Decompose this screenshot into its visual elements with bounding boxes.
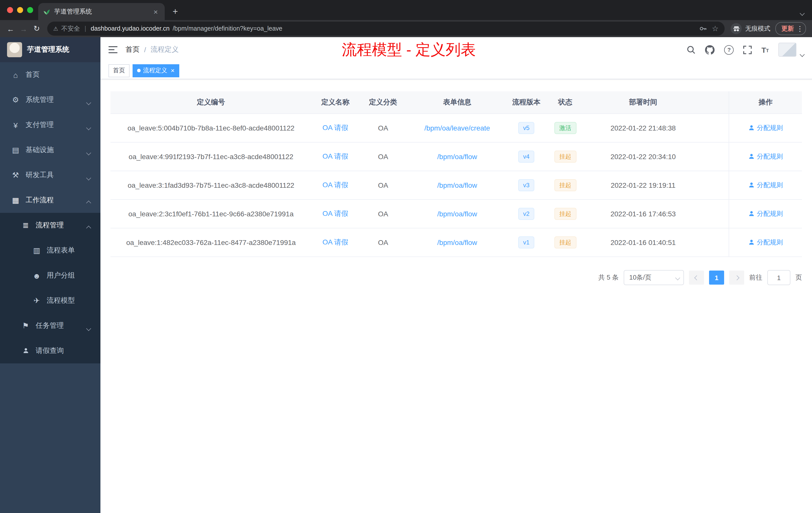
address-bar[interactable]: ⚠ 不安全 | dashboard.yudao.iocoder.cn /bpm/… [47,22,725,36]
definition-name-link[interactable]: OA 请假 [322,123,348,131]
version-badge: v5 [518,122,534,134]
col-definition-id: 定义编号 [111,91,312,114]
tag-process-definition[interactable]: 流程定义 × [133,64,179,77]
col-form-info: 表单信息 [407,91,508,114]
gear-icon: ⚙ [10,95,21,104]
sidebar-item-home[interactable]: ⌂ 首页 [0,62,100,87]
server-icon: ▤ [10,146,21,155]
minimize-window-button[interactable] [17,7,23,13]
font-size-icon[interactable]: TT [761,46,769,54]
goto-label: 前往 [749,273,762,282]
tools-icon: ⚒ [10,171,21,180]
fullscreen-icon[interactable] [744,46,752,54]
tab-search-icon[interactable] [801,8,804,17]
incognito-indicator: 无痕模式 [731,23,770,34]
sidebar-item-label: 基础设施 [26,146,54,155]
form-link[interactable]: /bpm/oa/flow [437,153,477,161]
table-row: oa_leave:4:991f2193-7b7f-11ec-a3c8-acde4… [111,142,802,171]
tags-view: 首页 流程定义 × [100,62,812,79]
definition-table: 定义编号 定义名称 定义分类 表单信息 流程版本 状态 部署时间 操作 [111,91,802,257]
form-link[interactable]: /bpm/oa/flow [437,238,477,246]
assign-rule-link[interactable]: 分配规则 [748,238,783,247]
reload-icon[interactable]: ↻ [30,24,43,33]
browser-window: 芋道管理系统 × + ← → ↻ ⚠ 不安全 | dashboard.yudao… [0,0,812,513]
bookmark-star-icon[interactable]: ☆ [712,24,719,33]
chrome-update-button[interactable]: 更新 ⋮ [775,22,806,35]
next-page-button[interactable] [729,271,744,284]
chrome-menu-icon[interactable]: ⋮ [796,25,804,33]
definition-id-cell: oa_leave:3:1fad3d93-7b75-11ec-a3c8-acde4… [111,171,312,200]
new-tab-button[interactable]: + [169,5,182,18]
github-icon[interactable] [705,45,715,55]
forward-icon[interactable]: → [17,24,30,33]
version-badge: v4 [518,151,534,163]
sidebar-item-process-management[interactable]: ≣ 流程管理 [0,213,100,238]
sidebar-item-payment-management[interactable]: ¥ 支付管理 [0,113,100,138]
tab-title: 芋道管理系统 [54,7,148,16]
definition-name-link[interactable]: OA 请假 [322,152,348,160]
sidebar-item-system-management[interactable]: ⚙ 系统管理 [0,87,100,113]
help-icon[interactable]: ? [724,45,734,55]
sidebar-item-user-group[interactable]: ☻ 用户分组 [0,263,100,288]
sidebar-item-leave-query[interactable]: 请假查询 [0,338,100,363]
chevron-down-icon [87,148,90,156]
password-key-icon[interactable] [699,25,707,33]
browser-tab[interactable]: 芋道管理系统 × [38,3,165,20]
definition-name-link[interactable]: OA 请假 [322,238,348,246]
version-badge: v1 [518,236,534,248]
form-icon: ▥ [31,246,42,255]
page-number-button[interactable]: 1 [709,271,724,284]
navbar-right: ? TT [687,41,804,58]
person-icon [748,239,755,246]
sidebar-logo[interactable]: 芋道管理系统 [0,37,100,62]
col-definition-category: 定义分类 [359,91,407,114]
category-cell: OA [359,200,407,228]
col-status: 状态 [545,91,585,114]
status-badge: 挂起 [554,151,576,163]
sidebar-item-label: 研发工具 [26,171,54,180]
sidebar-item-process-model[interactable]: ✈ 流程模型 [0,288,100,313]
goto-page-input[interactable] [767,270,790,285]
back-icon[interactable]: ← [4,24,17,33]
sidebar-item-dev-tools[interactable]: ⚒ 研发工具 [0,163,100,188]
assign-rule-link[interactable]: 分配规则 [748,123,783,132]
sidebar-item-label: 首页 [26,70,40,79]
person-icon [748,211,755,217]
version-badge: v2 [518,208,534,220]
app-frame: 芋道管理系统 ⌂ 首页 ⚙ 系统管理 ¥ 支付管理 ▤ [0,37,812,513]
breadcrumb-home-link[interactable]: 首页 [125,45,140,54]
col-filler [701,91,729,114]
definition-name-link[interactable]: OA 请假 [322,209,348,217]
tag-close-icon[interactable]: × [171,67,174,74]
form-link[interactable]: /bpm/oa/leave/create [424,124,490,132]
tag-home[interactable]: 首页 [109,64,129,77]
assign-rule-link[interactable]: 分配规则 [748,181,783,190]
sidebar-item-label: 用户分组 [47,271,75,280]
assign-rule-link[interactable]: 分配规则 [748,209,783,218]
sidebar-item-label: 任务管理 [36,321,64,330]
prev-page-button[interactable] [689,271,704,284]
sidebar-item-process-form[interactable]: ▥ 流程表单 [0,238,100,263]
definition-name-link[interactable]: OA 请假 [322,181,348,189]
person-icon [748,182,755,188]
sidebar-item-infrastructure[interactable]: ▤ 基础设施 [0,138,100,163]
chevron-down-icon [87,173,90,181]
person-icon [748,125,755,131]
search-icon[interactable] [687,45,696,54]
avatar[interactable] [778,43,796,57]
form-link[interactable]: /bpm/oa/flow [437,181,477,189]
hamburger-icon[interactable] [109,46,117,54]
zoom-window-button[interactable] [27,7,33,13]
sidebar-item-task-management[interactable]: ⚑ 任务管理 [0,313,100,338]
page-size-select[interactable]: 10条/页 [624,270,684,285]
col-actions: 操作 [729,91,802,114]
close-window-button[interactable] [7,7,13,13]
sidebar-item-label: 流程管理 [36,221,64,230]
sidebar-item-workflow[interactable]: ▦ 工作流程 [0,188,100,213]
form-link[interactable]: /bpm/oa/flow [437,210,477,218]
tab-close-icon[interactable]: × [152,7,160,16]
version-badge: v3 [518,179,534,191]
assign-rule-link[interactable]: 分配规则 [748,152,783,161]
avatar-caret-icon [801,49,804,58]
sidebar-menu: ⌂ 首页 ⚙ 系统管理 ¥ 支付管理 ▤ 基础设施 [0,62,100,513]
